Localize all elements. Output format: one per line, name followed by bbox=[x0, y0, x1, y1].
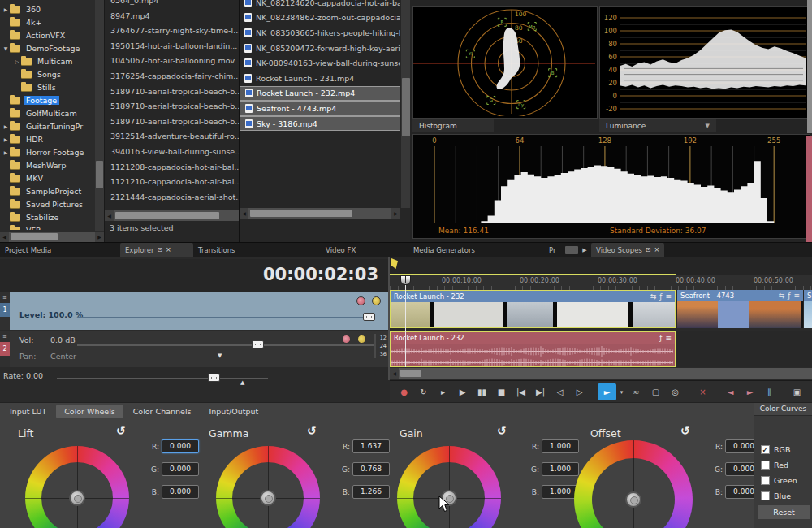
clip-fx-icon[interactable]: ƒ bbox=[788, 290, 790, 301]
tab-scroll-nub[interactable] bbox=[565, 246, 578, 254]
hue-wheel[interactable] bbox=[216, 446, 320, 528]
timeline-horizontal-scrollbar[interactable]: ◀ bbox=[390, 368, 812, 379]
tree-item-actionvfx[interactable]: ActionVFX bbox=[0, 28, 94, 41]
luminance-channel-selector[interactable]: Luminance ▼ bbox=[599, 119, 716, 132]
tree-item-4k[interactable]: 4k+ bbox=[0, 15, 94, 28]
expander-icon[interactable]: ▷ bbox=[13, 58, 21, 64]
channel-option-red[interactable]: Red bbox=[754, 457, 812, 473]
file-item-nk-085209472-forward[interactable]: NK_085209472-forward-high-key-aeria... bbox=[240, 41, 400, 56]
go-to-end-button[interactable]: ▶| bbox=[531, 383, 550, 400]
scroll-left-icon[interactable]: ◀ bbox=[105, 210, 114, 221]
file-item[interactable]: 5189710-aerial-tropical-beach-b... bbox=[105, 115, 240, 130]
delete-button[interactable]: × bbox=[693, 383, 712, 400]
clip-menu-icon[interactable]: ≡ bbox=[665, 291, 672, 302]
scroll-left-icon[interactable]: ◀ bbox=[0, 232, 9, 242]
tab-media-generators[interactable]: Media Generators bbox=[408, 243, 544, 258]
scrollbar-thumb[interactable] bbox=[11, 233, 58, 240]
tab-input-output[interactable]: Input/Output bbox=[201, 405, 267, 418]
envelope-edit-tool-button[interactable]: ≈ bbox=[627, 383, 646, 400]
track-solo-button[interactable] bbox=[372, 296, 381, 305]
normal-edit-tool-button[interactable]: ► bbox=[598, 383, 616, 400]
timeline-ruler[interactable]: 00:00:10:0000:00:20:0000:00:30:0000:00:4… bbox=[390, 275, 812, 291]
scrollbar-thumb[interactable] bbox=[400, 370, 421, 377]
clip-fx-icon[interactable]: ƒ bbox=[659, 332, 662, 344]
checkbox-icon[interactable] bbox=[761, 491, 770, 500]
file-item[interactable]: 3940163-view-ball-during-sunse... bbox=[105, 145, 240, 160]
record-button[interactable]: ● bbox=[395, 383, 413, 400]
tab-color-channels[interactable]: Color Channels bbox=[125, 405, 200, 418]
file-item-nk-083503665-hikers[interactable]: NK_083503665-hikers-people-hiking-h... bbox=[240, 25, 400, 41]
split-button[interactable]: ∥ bbox=[760, 383, 779, 400]
volume-slider-handle[interactable] bbox=[252, 340, 264, 348]
next-frame-button[interactable]: ▷ bbox=[570, 383, 589, 400]
audio-track-header[interactable]: ≡ 2 Vol: 0.0 dB Pan: Center ▼ 122436 bbox=[0, 331, 388, 367]
scroll-left-icon[interactable]: ◀ bbox=[240, 208, 248, 219]
selection-edit-tool-button[interactable]: ▢ bbox=[646, 383, 665, 400]
close-icon[interactable]: × bbox=[166, 243, 171, 258]
scroll-left-icon[interactable]: ◀ bbox=[390, 368, 399, 379]
tab-video-scopes[interactable]: Video Scopes⊡× bbox=[591, 243, 664, 258]
wheel-knob[interactable] bbox=[260, 490, 276, 506]
tree-item-sampleproject[interactable]: SampleProject bbox=[0, 184, 94, 197]
file-item[interactable]: 6564_0.mp4 bbox=[105, 0, 240, 9]
scrollbar-thumb[interactable] bbox=[402, 78, 410, 136]
video-clip-seafront[interactable]: Seafront - 4743 ⇆ƒ≡ bbox=[677, 290, 803, 328]
previous-frame-button[interactable]: ◁ bbox=[551, 383, 569, 400]
clip-fx-icon[interactable]: ƒ bbox=[659, 291, 662, 302]
wheel-knob[interactable] bbox=[69, 490, 85, 506]
scrollbar-thumb[interactable] bbox=[96, 161, 103, 188]
hue-wheel[interactable] bbox=[574, 440, 693, 528]
expander-icon[interactable]: ▶ bbox=[2, 123, 10, 129]
reset-wheel-icon[interactable]: ↺ bbox=[307, 424, 317, 437]
file-item[interactable]: 5189710-aerial-tropical-beach-b... bbox=[105, 84, 240, 100]
file-item[interactable]: 1121210-cappadocia-hot-air-bal... bbox=[105, 175, 240, 190]
channel-option-blue[interactable]: Blue bbox=[754, 488, 812, 504]
tree-item-meshwarp[interactable]: MeshWarp bbox=[0, 158, 94, 171]
tree-item-demofootage[interactable]: ▼DemoFootage bbox=[0, 41, 94, 54]
wheel-knob[interactable] bbox=[625, 491, 641, 508]
reset-wheel-icon[interactable]: ↺ bbox=[680, 424, 690, 437]
close-icon[interactable]: × bbox=[654, 243, 660, 258]
rate-slider-handle[interactable] bbox=[208, 374, 220, 382]
file-item[interactable]: 1045067-hot-air-ballooning.mov bbox=[105, 54, 240, 69]
tab-explorer[interactable]: Explorer⊡× bbox=[120, 243, 193, 258]
scroll-right-icon[interactable]: ▶ bbox=[391, 208, 400, 219]
tree-item-360[interactable]: ▶360 bbox=[0, 2, 94, 15]
file-item-nk-082124620-cappado[interactable]: NK_082124620-cappadocia-hot-air-bal... bbox=[240, 0, 400, 11]
reset-wheel-icon[interactable]: ↺ bbox=[116, 424, 126, 437]
tree-item-golfmulticam[interactable]: GolfMulticam bbox=[0, 106, 94, 119]
file-item[interactable]: 3176254-cappadocia-fairy-chim... bbox=[105, 69, 240, 84]
video-clip-rocket-launch[interactable]: Rocket Launch - 232 ⇆ƒ≡ bbox=[390, 290, 676, 328]
tab-transitions[interactable]: Transitions bbox=[193, 243, 321, 258]
file-item-nk-082384862-zoom-ou[interactable]: NK_082384862-zoom-out-cappadocia-... bbox=[240, 11, 400, 26]
channel-option-green[interactable]: Green bbox=[754, 473, 812, 488]
file-item-sky-3186-mp4[interactable]: Sky - 3186.mp4 bbox=[240, 116, 400, 132]
tab-project-media[interactable]: Project Media bbox=[0, 243, 120, 258]
tree-item-horror-footage[interactable]: ▶Horror Footage bbox=[0, 145, 94, 158]
track-mute-button[interactable] bbox=[342, 335, 351, 344]
tab-overflow-arrow-icon[interactable]: ▶ bbox=[578, 243, 591, 258]
track-menu-icon[interactable]: ≡ bbox=[0, 292, 10, 302]
tree-item-footage[interactable]: Footage bbox=[0, 93, 94, 106]
edit-tool-dropdown-button[interactable]: ▾ bbox=[617, 383, 626, 400]
scrollbar-thumb[interactable] bbox=[115, 212, 219, 219]
playhead-line[interactable] bbox=[405, 276, 406, 367]
file-item-seafront-4743-mp4[interactable]: Seafront - 4743.mp4 bbox=[240, 101, 400, 116]
file-item-rocket-launch-232[interactable]: Rocket Launch - 232.mp4 bbox=[240, 86, 400, 102]
loop-playback-button[interactable]: ↻ bbox=[414, 383, 433, 400]
playhead-marker[interactable] bbox=[400, 275, 411, 285]
clip-menu-icon[interactable]: ≡ bbox=[793, 290, 800, 301]
play-button[interactable]: ▶ bbox=[453, 383, 472, 400]
tree-item-multicam[interactable]: ▷Multicam bbox=[0, 54, 94, 67]
tree-item-hdr[interactable]: ▶HDR bbox=[0, 132, 94, 145]
tree-item-songs[interactable]: Songs bbox=[0, 67, 94, 80]
file-item-nk-080940163-view-ba[interactable]: NK-080940163-view-ball-during-sunse... bbox=[240, 55, 400, 71]
video-clip-sky[interactable]: Sky - 3 bbox=[804, 290, 812, 328]
expander-icon[interactable]: ▶ bbox=[2, 149, 10, 155]
clip-menu-icon[interactable]: ≡ bbox=[665, 332, 672, 344]
checkbox-icon[interactable] bbox=[761, 461, 770, 470]
tree-item-stabilize[interactable]: Stabilize bbox=[0, 210, 94, 223]
tree-vertical-scrollbar[interactable] bbox=[95, 0, 104, 231]
file-item[interactable]: 3912514-adventure-beautiful-ro... bbox=[105, 129, 240, 145]
expander-icon[interactable]: ▶ bbox=[2, 6, 10, 12]
